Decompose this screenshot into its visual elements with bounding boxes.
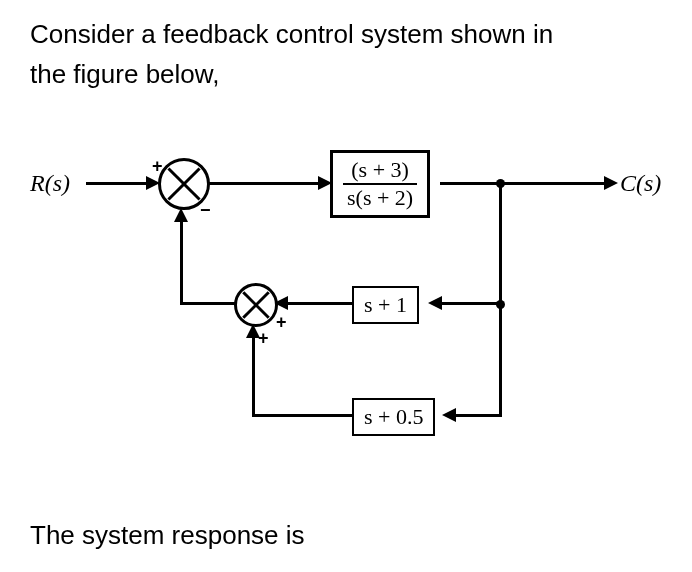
prompt-text: The system response is (30, 520, 305, 551)
wire (252, 336, 255, 416)
wire (499, 304, 502, 416)
arrow-icon (442, 408, 456, 422)
forward-block-G: (s + 3) s(s + 2) (330, 150, 430, 218)
arrow-icon (604, 176, 618, 190)
arrow-icon (246, 324, 260, 338)
question-text: Consider a feedback control system shown… (30, 14, 672, 95)
arrow-icon (428, 296, 442, 310)
wire (499, 184, 502, 304)
wire (440, 302, 500, 305)
wire (208, 182, 320, 185)
summing-junction-2 (234, 283, 278, 327)
arrow-icon (174, 208, 188, 222)
feedback-block-H1: s + 1 (352, 286, 419, 324)
question-line2: the figure below, (30, 59, 219, 89)
g-numerator: (s + 3) (343, 157, 417, 185)
input-label: R(s) (30, 170, 70, 197)
sum1-plus: + (152, 156, 163, 177)
wire (440, 182, 606, 185)
sum1-minus: − (200, 200, 211, 221)
wire (454, 414, 502, 417)
wire (252, 414, 352, 417)
block-diagram: R(s) + − (s + 3) s(s + 2) C(s) (30, 130, 670, 500)
sum2-plus-1: + (276, 312, 287, 333)
wire (86, 182, 148, 185)
wire (180, 220, 183, 304)
wire (286, 302, 352, 305)
feedback-block-H2: s + 0.5 (352, 398, 435, 436)
page: Consider a feedback control system shown… (0, 0, 692, 572)
g-denominator: s(s + 2) (343, 185, 417, 211)
question-line1: Consider a feedback control system shown… (30, 19, 553, 49)
output-label: C(s) (620, 170, 661, 197)
wire (180, 302, 235, 305)
